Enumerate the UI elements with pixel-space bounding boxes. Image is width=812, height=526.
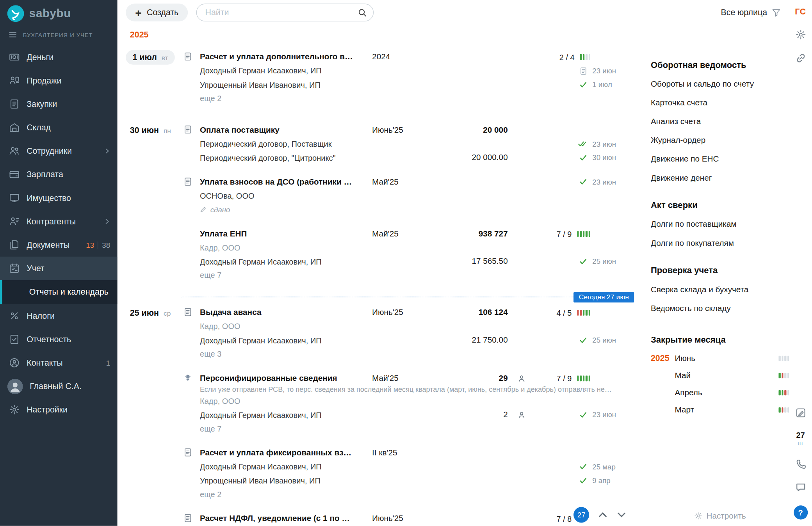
scroll-up-button[interactable] bbox=[598, 510, 608, 520]
task-title: Персонифицированные сведения bbox=[200, 373, 372, 383]
sidebar-item-employees[interactable]: Сотрудники bbox=[0, 139, 118, 163]
right-rail: ГС27пт? bbox=[789, 0, 812, 526]
sidebar-item-sales[interactable]: Продажи bbox=[0, 69, 118, 92]
task-row[interactable]: Оплата поставщикуИюнь'2520 000Периодичес… bbox=[181, 120, 618, 164]
notes-button[interactable] bbox=[795, 408, 806, 419]
sidebar-item-property[interactable]: Имущество bbox=[0, 186, 118, 210]
chat-button[interactable] bbox=[795, 482, 806, 493]
sidebar-item-taxes[interactable]: Налоги bbox=[0, 304, 118, 327]
task-right: 7 / 9 bbox=[535, 374, 620, 383]
report-link[interactable]: Анализ счета bbox=[651, 112, 789, 131]
task-period: 2024 bbox=[372, 52, 432, 62]
sidebar-item-profile[interactable]: Главный С.А. bbox=[0, 375, 118, 398]
task-line: Упрощенный Иван Иванович, ИП9 апр bbox=[200, 474, 618, 487]
sidebar-item-settings[interactable]: Настройки bbox=[0, 398, 118, 421]
closing-month-row[interactable]: Май bbox=[651, 367, 789, 384]
task-row[interactable]: Расчет и уплата дополнительного в…20242 … bbox=[181, 47, 618, 105]
report-section-title[interactable]: Проверка учета bbox=[651, 261, 789, 280]
task-row[interactable]: Уплата взносов на ДСО (работники …Май'25… bbox=[181, 172, 618, 216]
closing-title[interactable]: Закрытие месяца bbox=[651, 330, 789, 349]
sidebar-item-warehouse[interactable]: Склад bbox=[0, 116, 118, 139]
line-right: 30 июн bbox=[535, 153, 620, 162]
task-row[interactable]: Уплата ЕНПМай'25938 7277 / 9Кадр, ОООДох… bbox=[181, 224, 618, 282]
calendar-tasks: Выдача авансаИюнь'25106 1244 / 5Кадр, ОО… bbox=[181, 302, 651, 526]
report-link[interactable]: Журнал-ордер bbox=[651, 131, 789, 150]
more-link[interactable]: еще 7 bbox=[200, 424, 432, 433]
sidebar-item-partners[interactable]: Контрагенты bbox=[0, 210, 118, 233]
report-link[interactable]: Движение денег bbox=[651, 169, 789, 187]
today-badge[interactable]: Сегодня 27 июн bbox=[573, 292, 634, 303]
report-link[interactable]: Ведомость по складу bbox=[651, 299, 789, 318]
report-link[interactable]: Движение по ЕНС bbox=[651, 150, 789, 169]
sidebar-subitem-reports-calendar[interactable]: Отчеты и календарь bbox=[0, 280, 118, 304]
doc-icon bbox=[184, 448, 192, 457]
sidebar-item-label: Налоги bbox=[27, 311, 55, 320]
sidebar-item-reporting[interactable]: Отчетность bbox=[0, 327, 118, 351]
more-link[interactable]: еще 3 bbox=[200, 350, 432, 359]
closing-month-name: Июнь bbox=[675, 354, 778, 363]
date-text: 25 июн bbox=[130, 308, 159, 318]
calendar-day-button[interactable]: 27пт bbox=[796, 431, 805, 446]
report-link[interactable]: Обороты и сальдо по счету bbox=[651, 75, 789, 93]
task-row[interactable]: Расчет НДФЛ, уведомление (с 1 по …Июнь'2… bbox=[181, 508, 618, 526]
date-label[interactable]: 30 июнпн bbox=[126, 123, 175, 137]
line-text: Доходный Герман Исаакович, ИП bbox=[200, 66, 432, 75]
person-icon bbox=[517, 411, 525, 419]
line-text: Доходный Герман Исаакович, ИП bbox=[200, 257, 432, 266]
closing-month-row[interactable]: 2025Июнь bbox=[651, 350, 789, 367]
org-filter[interactable]: Все юрлица bbox=[721, 8, 780, 17]
line-right: 25 мар bbox=[535, 462, 620, 471]
progress-label: 7 / 8 bbox=[556, 514, 572, 523]
page-number-badge[interactable]: 27 bbox=[573, 507, 589, 522]
docStatus-icon bbox=[580, 67, 587, 75]
report-link[interactable]: Сверка склада и бухучета bbox=[651, 280, 789, 299]
sidebar-item-accounting[interactable]: Учет bbox=[0, 257, 118, 280]
task-icon-col bbox=[181, 512, 195, 526]
sidebar-item-label: Контрагенты bbox=[27, 217, 76, 226]
status-date: 30 июн bbox=[592, 153, 616, 162]
task-row[interactable]: Выдача авансаИюнь'25106 1244 / 5Кадр, ОО… bbox=[181, 302, 618, 361]
settings-gear-button[interactable] bbox=[795, 29, 806, 40]
sidebar-item-documents[interactable]: Документы1338 bbox=[0, 233, 118, 257]
configure-reports-button[interactable]: Настроить bbox=[651, 511, 789, 521]
date-label[interactable]: 1 июлвт bbox=[126, 50, 175, 64]
task-row[interactable]: Персонифицированные сведенияМай'25297 / … bbox=[181, 368, 618, 435]
year-label[interactable]: 2025 bbox=[130, 30, 149, 40]
report-link[interactable]: Карточка счета bbox=[651, 93, 789, 112]
app-logo[interactable]: sabybu bbox=[0, 0, 118, 26]
settings-icon bbox=[795, 29, 806, 40]
search-box[interactable] bbox=[196, 4, 374, 21]
scroll-down-button[interactable] bbox=[616, 510, 627, 520]
search-input[interactable] bbox=[205, 8, 358, 17]
task-row[interactable]: Расчет и уплата фиксированных вз…II кв'2… bbox=[181, 443, 618, 501]
report-link[interactable]: Долги по поставщикам bbox=[651, 215, 789, 234]
task-head: Расчет и уплата фиксированных вз…II кв'2… bbox=[200, 446, 618, 460]
menu-icon[interactable] bbox=[8, 30, 17, 39]
user-initials-button[interactable]: ГС bbox=[795, 7, 806, 17]
task-title: Расчет НДФЛ, уведомление (с 1 по … bbox=[200, 514, 372, 523]
phone-button[interactable] bbox=[795, 458, 806, 469]
date-label[interactable]: 25 июнср bbox=[126, 306, 175, 320]
more-link[interactable]: еще 7 bbox=[200, 271, 432, 280]
copy-link-button[interactable] bbox=[795, 53, 806, 64]
report-section-title[interactable]: Акт сверки bbox=[651, 195, 789, 215]
closing-month-row[interactable]: Апрель bbox=[651, 384, 789, 401]
sidebar-item-money[interactable]: Деньги bbox=[0, 45, 118, 69]
sidebar-item-purchases[interactable]: Закупки bbox=[0, 92, 118, 116]
progress-bars bbox=[577, 231, 590, 237]
create-button[interactable]: + Создать bbox=[126, 4, 188, 21]
report-section-title[interactable]: Оборотная ведомость bbox=[651, 55, 789, 75]
search-icon[interactable] bbox=[358, 8, 367, 17]
help-button[interactable]: ? bbox=[794, 505, 808, 519]
report-link[interactable]: Долги по покупателям bbox=[651, 234, 789, 252]
sidebar-item-salary[interactable]: Зарплата bbox=[0, 163, 118, 186]
sidebar-item-contacts[interactable]: Контакты1 bbox=[0, 351, 118, 375]
task-line: ОСНОва, ООО bbox=[200, 189, 618, 203]
task-line: Доходный Герман Исаакович, ИП223 июн bbox=[200, 408, 618, 421]
closing-month-row[interactable]: Март bbox=[651, 401, 789, 418]
more-link[interactable]: еще 2 bbox=[200, 94, 432, 103]
calendar-group: 30 июнпнОплата поставщикуИюнь'2520 000Пе… bbox=[118, 120, 651, 289]
task-line: Доходный Герман Исаакович, ИП21 750.0025… bbox=[200, 333, 618, 347]
more-link[interactable]: еще 2 bbox=[200, 490, 432, 499]
progress-label: 7 / 9 bbox=[556, 229, 572, 238]
